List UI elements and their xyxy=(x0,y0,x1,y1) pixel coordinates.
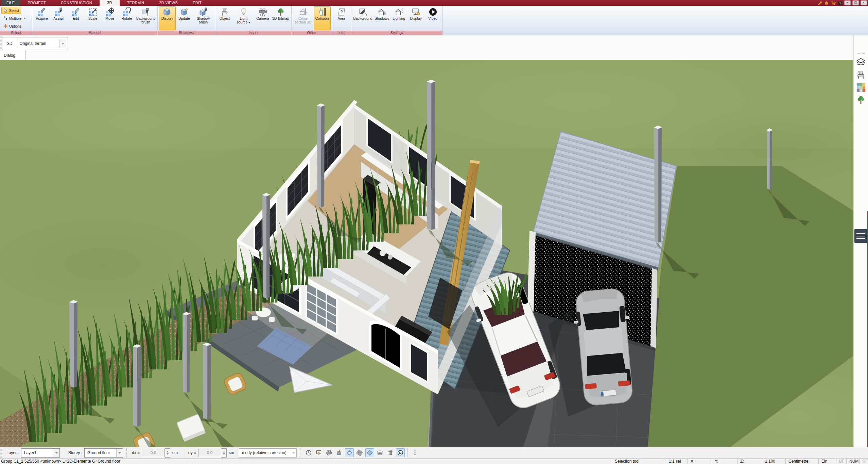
camera-button[interactable]: Camera xyxy=(254,6,271,30)
chevron-down-icon xyxy=(248,22,250,23)
view-mode-box: 3D Original terrain xyxy=(2,37,68,50)
status-y: Y: xyxy=(712,459,737,464)
multiple-button[interactable]: Multiple xyxy=(1,15,28,22)
move-button[interactable]: Move xyxy=(101,6,118,30)
tab-file[interactable]: FILE xyxy=(1,0,20,6)
edit-material-icon xyxy=(71,7,80,16)
house-shadow-icon xyxy=(378,7,386,16)
storey-select[interactable]: Ground floor xyxy=(84,448,123,458)
tools-icon[interactable] xyxy=(817,1,822,5)
north-icon[interactable]: N xyxy=(396,448,405,457)
status-tool: Selection tool xyxy=(612,459,666,464)
acquire-button[interactable]: Acquire xyxy=(33,6,50,30)
lighting-settings-button[interactable]: Lighting xyxy=(390,6,407,30)
multiple-select-icon xyxy=(3,16,8,20)
update-shadows-button[interactable]: Update xyxy=(176,6,193,30)
edit-button[interactable]: Edit xyxy=(67,6,84,30)
dy-label: dy = xyxy=(188,450,196,455)
clock-icon[interactable] xyxy=(304,448,313,457)
video-camera-icon[interactable] xyxy=(325,448,333,457)
display-shadows-button[interactable]: Display xyxy=(159,6,176,30)
cross-section-3d-button[interactable]: Cross section 3D xyxy=(293,6,314,30)
house-lighting-icon xyxy=(395,7,403,16)
coordinate-mode-select[interactable]: dx,dy (relative cartesian) xyxy=(239,448,297,458)
tab-2d-views[interactable]: 2D VIEWS xyxy=(152,0,185,6)
panel-handle[interactable] xyxy=(854,229,867,243)
layers-icon[interactable] xyxy=(856,57,866,67)
chevron-down-icon xyxy=(24,18,26,19)
group-label-insert: Insert xyxy=(215,31,291,35)
group-label-shadows: Shadows xyxy=(158,31,215,35)
layers-flat-icon[interactable] xyxy=(376,448,384,457)
minimize-button[interactable]: – xyxy=(844,0,851,5)
monitor-star-icon[interactable] xyxy=(314,448,323,457)
shadows-settings-button[interactable]: Shadows xyxy=(374,6,390,30)
roof-pen-icon[interactable] xyxy=(345,448,354,457)
background-brush-icon xyxy=(141,7,150,16)
dy-input[interactable]: 0.0 xyxy=(198,449,221,457)
3d-bitmap-button[interactable]: 3D-Bitmap xyxy=(271,6,290,30)
select-button[interactable]: Select xyxy=(1,7,21,14)
ribbon: Select Multiple Options Select Acquire xyxy=(0,6,868,35)
roads-icon[interactable] xyxy=(355,448,364,457)
chevron-down-icon xyxy=(116,449,123,457)
status-rf: RF xyxy=(860,459,868,464)
terrain-select[interactable]: Original terrain xyxy=(17,39,66,48)
view-toolbar: 3D Original terrain Dialog: xyxy=(0,35,868,60)
more-options-icon[interactable] xyxy=(411,448,419,457)
area-button[interactable]: ? Area xyxy=(333,6,350,30)
video-button[interactable]: Video xyxy=(424,6,441,30)
tab-edit[interactable]: EDIT xyxy=(185,0,209,6)
move-material-icon xyxy=(105,7,114,16)
light-source-button[interactable]: Light source xyxy=(233,6,254,30)
paint-box-icon[interactable] xyxy=(335,448,344,457)
tab-terrain[interactable]: TERRAIN xyxy=(120,0,152,6)
materials-icon[interactable] xyxy=(856,82,866,93)
area-question-icon: ? xyxy=(337,7,346,16)
scale-button[interactable]: Scale xyxy=(84,6,101,30)
display-settings-button[interactable]: Display xyxy=(407,6,424,30)
layer-select[interactable]: Layer1 xyxy=(21,448,60,458)
plants-icon[interactable] xyxy=(856,95,866,105)
rotate-button[interactable]: Rotate xyxy=(118,6,135,30)
shadow-brush-button[interactable]: Shadow brush xyxy=(193,6,214,30)
dx-stepper[interactable] xyxy=(165,448,170,458)
background-settings-button[interactable]: Background xyxy=(352,6,374,30)
help-icon[interactable]: ? xyxy=(837,1,843,5)
status-scale[interactable]: 1:100 xyxy=(762,459,785,464)
cross-section-icon xyxy=(299,7,308,16)
assign-button[interactable]: Assign xyxy=(50,6,67,30)
package-icon[interactable] xyxy=(824,1,829,5)
status-z: Z: xyxy=(737,459,762,464)
right-sidebar-rail xyxy=(853,35,868,447)
options-button[interactable]: Options xyxy=(1,22,23,30)
furniture-icon[interactable] xyxy=(856,70,866,80)
scale-material-icon xyxy=(88,7,97,16)
tile-icon[interactable] xyxy=(365,448,374,457)
tab-project[interactable]: PROJECT xyxy=(20,0,53,6)
status-num: NUM xyxy=(846,459,860,464)
restore-button[interactable]: ▢ xyxy=(852,0,859,5)
layer-label: Layer : xyxy=(6,450,19,455)
3d-viewport[interactable] xyxy=(0,60,868,447)
tab-construction[interactable]: CONSTRUCTION xyxy=(53,0,100,6)
cart-icon[interactable] xyxy=(831,1,836,5)
grid-icon[interactable] xyxy=(386,448,395,457)
status-unit[interactable]: Centimetre xyxy=(785,459,818,464)
background-icon xyxy=(359,7,367,16)
rail-gripper[interactable] xyxy=(857,53,865,54)
tab-3d[interactable]: 3D xyxy=(100,0,120,6)
dx-input[interactable]: 0.0 xyxy=(142,449,165,457)
toolbar-gripper[interactable] xyxy=(0,447,2,459)
object-button[interactable]: Object xyxy=(216,6,233,30)
background-brush-button[interactable]: Background brush xyxy=(135,6,156,30)
application-window: FILE PROJECT CONSTRUCTION 3D TERRAIN 2D … xyxy=(0,0,868,464)
ribbon-group-select: Select Multiple Options Select xyxy=(0,6,32,35)
ribbon-group-other: Cross section 3D Collision Other xyxy=(292,6,332,35)
collision-button[interactable]: Collision xyxy=(314,6,331,30)
dy-stepper[interactable] xyxy=(221,448,227,458)
assign-material-icon xyxy=(54,7,63,16)
status-ein[interactable]: Ein xyxy=(818,459,836,464)
close-button[interactable]: × xyxy=(861,0,867,5)
cube-refresh-icon xyxy=(180,7,189,16)
